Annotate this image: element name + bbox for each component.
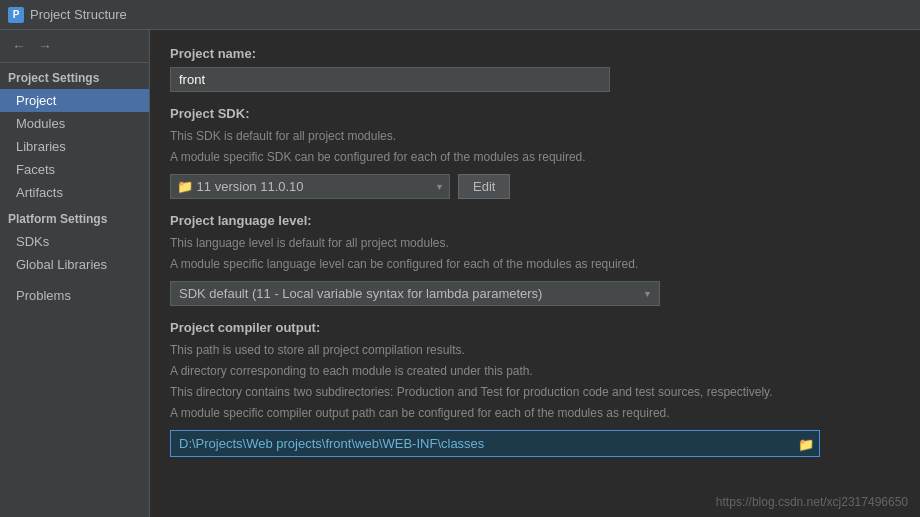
language-desc1: This language level is default for all p… xyxy=(170,234,900,252)
sidebar-item-modules[interactable]: Modules xyxy=(0,112,149,135)
sdk-select[interactable]: 📁 11 version 11.0.10 xyxy=(170,174,450,199)
folder-browse-icon[interactable]: 📁 xyxy=(798,436,814,451)
sidebar-item-artifacts[interactable]: Artifacts xyxy=(0,181,149,204)
sidebar: ← → Project Settings Project Modules Lib… xyxy=(0,30,150,517)
project-name-label: Project name: xyxy=(170,46,900,61)
compiler-desc4: A module specific compiler output path c… xyxy=(170,404,900,422)
sdk-desc2: A module specific SDK can be configured … xyxy=(170,148,900,166)
sidebar-item-libraries[interactable]: Libraries xyxy=(0,135,149,158)
sidebar-item-problems[interactable]: Problems xyxy=(0,284,149,307)
sdk-select-wrapper[interactable]: 📁 11 version 11.0.10 xyxy=(170,174,450,199)
sidebar-item-sdks[interactable]: SDKs xyxy=(0,230,149,253)
project-name-input[interactable] xyxy=(170,67,610,92)
compiler-desc1: This path is used to store all project c… xyxy=(170,341,900,359)
sidebar-item-global-libraries[interactable]: Global Libraries xyxy=(0,253,149,276)
project-settings-label: Project Settings xyxy=(0,63,149,89)
forward-arrow[interactable]: → xyxy=(34,36,56,56)
sidebar-item-project[interactable]: Project xyxy=(0,89,149,112)
watermark: https://blog.csdn.net/xcj2317496650 xyxy=(716,495,908,509)
project-sdk-label: Project SDK: xyxy=(170,106,900,121)
app-icon: P xyxy=(8,7,24,23)
language-select[interactable]: SDK default (11 - Local variable syntax … xyxy=(170,281,660,306)
compiler-output-wrapper: 📁 xyxy=(170,430,820,457)
language-select-wrapper[interactable]: SDK default (11 - Local variable syntax … xyxy=(170,281,660,306)
window-title: Project Structure xyxy=(30,7,127,22)
compiler-desc3: This directory contains two subdirectori… xyxy=(170,383,900,401)
title-bar: P Project Structure xyxy=(0,0,920,30)
compiler-desc2: A directory corresponding to each module… xyxy=(170,362,900,380)
language-desc2: A module specific language level can be … xyxy=(170,255,900,273)
edit-sdk-button[interactable]: Edit xyxy=(458,174,510,199)
compiler-output-label: Project compiler output: xyxy=(170,320,900,335)
back-arrow[interactable]: ← xyxy=(8,36,30,56)
content-area: Project name: Project SDK: This SDK is d… xyxy=(150,30,920,517)
project-language-label: Project language level: xyxy=(170,213,900,228)
sdk-row: 📁 11 version 11.0.10 Edit xyxy=(170,174,900,199)
sidebar-item-facets[interactable]: Facets xyxy=(0,158,149,181)
nav-arrows: ← → xyxy=(0,30,149,63)
compiler-output-input[interactable] xyxy=(170,430,820,457)
sdk-desc1: This SDK is default for all project modu… xyxy=(170,127,900,145)
platform-settings-label: Platform Settings xyxy=(0,204,149,230)
